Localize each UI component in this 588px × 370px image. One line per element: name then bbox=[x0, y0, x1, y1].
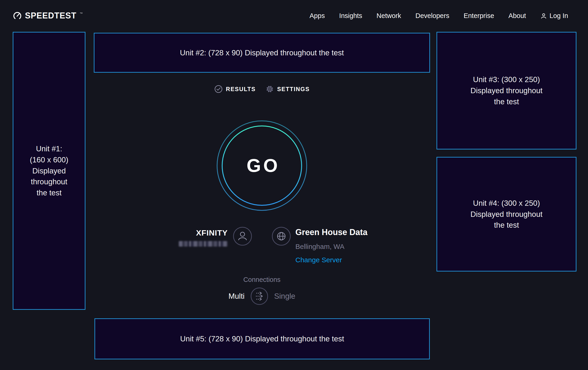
tab-settings[interactable]: SETTINGS bbox=[265, 85, 310, 93]
connections-label: Connections bbox=[243, 276, 280, 283]
multi-connection-toggle-icon[interactable] bbox=[250, 287, 269, 305]
go-button[interactable]: GO bbox=[216, 120, 308, 212]
server-location: Bellingham, WA bbox=[295, 243, 344, 250]
isp-info: XFINITY bbox=[179, 227, 252, 247]
speedtest-page: SPEEDTEST ™ Apps Insights Network Develo… bbox=[0, 0, 588, 370]
connection-info: XFINITY Green Hou bbox=[94, 227, 430, 266]
ad-unit-3-rectangle[interactable]: Unit #3: (300 x 250) Displayed throughou… bbox=[437, 32, 577, 150]
isp-user-icon[interactable] bbox=[233, 227, 252, 246]
ad-unit-5-text: Unit #5: (728 x 90) Displayed throughout… bbox=[180, 333, 344, 344]
user-icon bbox=[540, 12, 547, 19]
login-label: Log In bbox=[549, 12, 568, 20]
ad-unit-2-leaderboard[interactable]: Unit #2: (728 x 90) Displayed throughout… bbox=[94, 33, 430, 73]
logo-text: SPEEDTEST bbox=[25, 11, 76, 20]
nav-item-network[interactable]: Network bbox=[377, 12, 401, 20]
nav-item-about[interactable]: About bbox=[509, 12, 526, 20]
tab-settings-label: SETTINGS bbox=[277, 86, 310, 92]
logo-trademark: ™ bbox=[80, 12, 83, 15]
ip-address-redacted bbox=[179, 241, 228, 247]
connections-multi-option[interactable]: Multi bbox=[228, 292, 245, 300]
server-name: Green House Data bbox=[295, 228, 368, 237]
ad-unit-3-text: Unit #3: (300 x 250) Displayed throughou… bbox=[471, 74, 543, 107]
connections-section: Connections Multi Single bbox=[94, 276, 430, 305]
check-circle-icon bbox=[214, 85, 223, 93]
ad-unit-1-skyscraper[interactable]: Unit #1: (160 x 600) Displayed throughou… bbox=[13, 32, 85, 310]
view-tabs: RESULTS SETTINGS bbox=[94, 83, 430, 95]
change-server-link[interactable]: Change Server bbox=[295, 256, 342, 264]
connections-single-option[interactable]: Single bbox=[274, 292, 295, 300]
nav-item-insights[interactable]: Insights bbox=[339, 12, 362, 20]
ad-unit-2-text: Unit #2: (728 x 90) Displayed throughout… bbox=[180, 47, 344, 58]
ad-unit-4-text: Unit #4: (300 x 250) Displayed throughou… bbox=[471, 198, 543, 231]
gear-icon bbox=[265, 85, 274, 93]
server-info: Green House Data Bellingham, WA Change S… bbox=[272, 227, 368, 264]
speedometer-gauge-icon bbox=[13, 11, 22, 20]
nav-links: Apps Insights Network Developers Enterpr… bbox=[309, 12, 568, 20]
ad-unit-4-rectangle[interactable]: Unit #4: (300 x 250) Displayed throughou… bbox=[437, 157, 577, 271]
globe-icon[interactable] bbox=[272, 227, 291, 264]
nav-item-apps[interactable]: Apps bbox=[309, 12, 325, 20]
ad-unit-1-text: Unit #1: (160 x 600) Displayed throughou… bbox=[30, 143, 68, 198]
login-button[interactable]: Log In bbox=[540, 12, 568, 20]
tab-results[interactable]: RESULTS bbox=[214, 85, 256, 93]
nav-item-developers[interactable]: Developers bbox=[415, 12, 450, 20]
isp-name: XFINITY bbox=[196, 228, 228, 237]
go-label: GO bbox=[216, 120, 308, 212]
speedtest-logo[interactable]: SPEEDTEST ™ bbox=[13, 11, 83, 20]
nav-item-enterprise[interactable]: Enterprise bbox=[463, 12, 494, 20]
tab-results-label: RESULTS bbox=[226, 86, 256, 92]
top-nav: SPEEDTEST ™ Apps Insights Network Develo… bbox=[0, 0, 588, 31]
ad-unit-5-leaderboard[interactable]: Unit #5: (728 x 90) Displayed throughout… bbox=[94, 318, 430, 359]
